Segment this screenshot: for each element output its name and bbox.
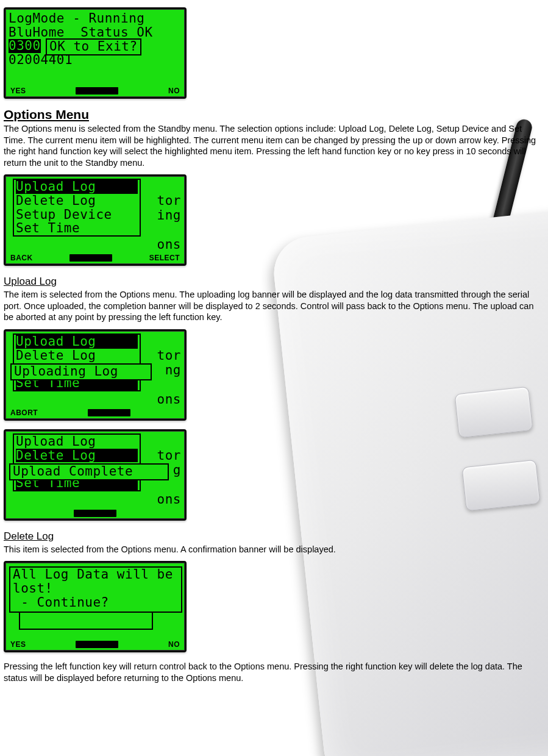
- menu-item-upload-log: Upload Log: [16, 335, 138, 349]
- softkey-right[interactable]: NO: [168, 640, 180, 649]
- lcd-bg-text: ons: [157, 492, 181, 507]
- lcd-softkeys: YES NO: [9, 87, 181, 95]
- lcd-bg-text: ng: [165, 363, 181, 377]
- lcd-bg-text: g: [173, 463, 181, 477]
- lcd-softkeys: [9, 510, 181, 517]
- lcd-softkeys: ABORT: [9, 408, 181, 417]
- lcd-text: BluHome Status: [9, 25, 129, 40]
- lcd-bg-text: ons: [157, 237, 181, 252]
- softkey-bar-icon: [69, 254, 112, 262]
- softkey-left[interactable]: ABORT: [10, 408, 38, 417]
- lcd-text: lost!: [13, 582, 179, 596]
- menu-item-upload-log: Upload Log: [16, 435, 138, 449]
- paragraph-options: The Options menu is selected from the St…: [4, 123, 544, 168]
- lcd-bg-text: ons: [157, 392, 181, 407]
- lcd-line: LogMode - Running: [9, 12, 182, 26]
- lcd-text: OK: [129, 25, 152, 40]
- lcd-text: All Log Data will be: [13, 568, 179, 582]
- softkey-right[interactable]: SELECT: [149, 254, 180, 262]
- softkey-left[interactable]: YES: [10, 640, 26, 649]
- lcd-inverted: 0300: [9, 39, 41, 53]
- menu-item-delete-log[interactable]: Delete Log: [16, 194, 138, 208]
- softkey-bar-icon: [76, 641, 118, 648]
- lcd-bg-text: ing: [157, 208, 181, 223]
- paragraph-delete: This item is selected from the Options m…: [4, 544, 544, 555]
- lcd-banner-delete-confirm: All Log Data will be lost! - Continue?: [9, 566, 182, 613]
- lcd-uploading: tor ng ons Upload Log Delete Log Set Tim…: [4, 329, 187, 421]
- lcd-options-menu: tor ing ons Upload Log Delete Log Setup …: [4, 174, 187, 266]
- lcd-upload-complete: tor g ons Upload Log Delete Log Set Time…: [4, 429, 187, 521]
- softkey-left[interactable]: BACK: [10, 254, 33, 262]
- softkey-bar-icon: [74, 510, 116, 517]
- heading-delete-log: Delete Log: [4, 530, 544, 543]
- menu-item-delete-log: Delete Log: [16, 349, 138, 363]
- lcd-softkeys: YES NO: [9, 640, 181, 649]
- menu-item-upload-log[interactable]: Upload Log: [16, 180, 138, 194]
- heading-upload-log: Upload Log: [4, 276, 544, 288]
- paragraph-upload: The item is selected from the Options me…: [4, 289, 544, 323]
- lcd-banner-uploading: Uploading Log: [10, 363, 152, 380]
- softkey-bar-icon: [76, 87, 118, 94]
- lcd-logmode-exit: LogMode - Running BluHome Status OK 0300…: [4, 7, 187, 99]
- lcd-banner-upload-complete: Upload Complete: [9, 463, 169, 480]
- lcd-popup-exit: OK to Exit?: [46, 38, 141, 55]
- softkey-left[interactable]: YES: [10, 87, 26, 95]
- lcd-bg-text: tor: [157, 348, 181, 363]
- heading-options-menu: Options Menu: [4, 107, 544, 122]
- lcd-softkeys: BACK SELECT: [9, 254, 181, 262]
- lcd-line: BluHome Status OK: [9, 26, 182, 40]
- softkey-right[interactable]: NO: [168, 87, 180, 95]
- lcd-text: - Continue?: [13, 596, 179, 610]
- lcd-bg-text: tor: [157, 448, 181, 463]
- menu-item-setup-device[interactable]: Setup Device: [16, 208, 138, 222]
- lcd-bg-text: tor: [157, 193, 181, 208]
- menu-item-set-time[interactable]: Set Time: [16, 221, 138, 235]
- lcd-delete-confirm: All Log Data will be lost! - Continue? Y…: [4, 561, 187, 652]
- softkey-bar-icon: [88, 409, 130, 416]
- menu-item-delete-log: Delete Log: [16, 449, 138, 463]
- paragraph-delete-2: Pressing the left function key will retu…: [4, 661, 544, 683]
